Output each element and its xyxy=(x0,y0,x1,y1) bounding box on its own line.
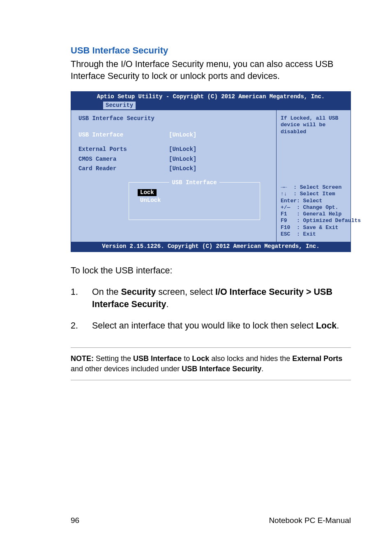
step-content: Select an interface that you would like … xyxy=(92,319,351,332)
key-line: ↑↓ : Select Item xyxy=(281,191,346,197)
bios-row-usb-interface: USB Interface [UnLock] xyxy=(78,132,269,139)
bios-key-legend: →← : Select Screen ↑↓ : Select Item Ente… xyxy=(281,184,346,238)
key-line: +/— : Change Opt. xyxy=(281,204,346,211)
bios-header: Aptio Setup Utility - Copyright (C) 2012… xyxy=(71,92,350,102)
bios-row-label: External Ports xyxy=(78,146,169,153)
bios-section-title: USB Interface Security xyxy=(78,115,269,123)
bios-popup-option-unlock: UnLock xyxy=(138,197,260,204)
step-content: On the Security screen, select I/O Inter… xyxy=(92,286,351,310)
bios-popup: USB Interface Lock UnLock xyxy=(129,179,260,204)
key-line: →← : Select Screen xyxy=(281,184,346,191)
bios-row-value: [UnLock] xyxy=(169,132,196,139)
key-line: F9 : Optimized Defaults xyxy=(281,217,346,224)
intro-text: Through the I/O Interface Security menu,… xyxy=(71,58,351,82)
lock-intro-text: To lock the USB interface: xyxy=(71,264,351,277)
step-2: 2. Select an interface that you would li… xyxy=(71,319,351,332)
bios-help-panel: If Locked, all USB device will be disabl… xyxy=(277,110,350,242)
bios-help-text: If Locked, all USB device will be disabl… xyxy=(281,115,346,184)
bios-main-panel: USB Interface Security USB Interface [Un… xyxy=(71,110,277,242)
bios-row-label: Card Reader xyxy=(78,165,169,173)
step-1: 1. On the Security screen, select I/O In… xyxy=(71,286,351,310)
step-number: 1. xyxy=(71,286,92,310)
bios-row-value: [UnLock] xyxy=(169,156,196,163)
bios-popup-title: USB Interface xyxy=(129,179,260,187)
bios-row-card-reader: Card Reader [UnLock] xyxy=(78,165,269,173)
bios-screenshot: Aptio Setup Utility - Copyright (C) 2012… xyxy=(71,91,351,252)
bios-tab-row: Security xyxy=(71,102,350,111)
bios-row-cmos-camera: CMOS Camera [UnLock] xyxy=(78,156,269,163)
manual-title: Notebook PC E-Manual xyxy=(269,516,351,525)
note-block: NOTE: Setting the USB Interface to Lock … xyxy=(71,347,351,380)
key-line: Enter: Select xyxy=(281,198,346,204)
section-heading: USB Interface Security xyxy=(71,45,351,56)
bios-tab-security: Security xyxy=(103,102,136,110)
step-number: 2. xyxy=(71,319,92,332)
bios-footer: Version 2.15.1226. Copyright (C) 2012 Am… xyxy=(71,242,350,252)
page-footer: 96 Notebook PC E-Manual xyxy=(0,516,392,525)
key-line: ESC : Exit xyxy=(281,231,346,238)
page-number: 96 xyxy=(71,516,79,525)
bios-row-value: [UnLock] xyxy=(169,165,196,173)
key-line: F1 : General Help xyxy=(281,211,346,217)
bios-row-external-ports: External Ports [UnLock] xyxy=(78,146,269,153)
bios-row-label: USB Interface xyxy=(78,132,169,139)
bios-row-value: [UnLock] xyxy=(169,146,196,153)
bios-row-label: CMOS Camera xyxy=(78,156,169,163)
key-line: F10 : Save & Exit xyxy=(281,224,346,231)
bios-popup-option-lock: Lock xyxy=(138,189,157,197)
